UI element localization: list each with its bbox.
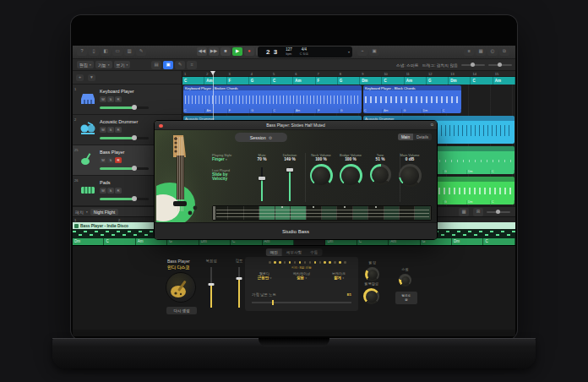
chord-cell[interactable]: C [382, 77, 404, 85]
pattern-dot[interactable] [309, 261, 312, 264]
r-button[interactable]: R [115, 157, 122, 163]
patch-label[interactable]: 패치 [75, 210, 84, 215]
chord-cell[interactable]: Dm [449, 77, 471, 85]
editor-chord-cell[interactable]: Am [136, 238, 167, 245]
volume-slider[interactable] [100, 106, 149, 109]
volume-slider[interactable] [100, 137, 149, 139]
forward-button[interactable]: ▶▶ [209, 47, 219, 56]
loop-browser-icon[interactable]: ◴ [487, 47, 498, 56]
drag-menu[interactable]: 드래그: 겹치지 않음 [422, 63, 458, 68]
note-pads-icon[interactable]: ▦ [476, 47, 486, 56]
fret-cell[interactable] [291, 206, 306, 220]
fret-cell[interactable] [228, 206, 243, 220]
chord-cell[interactable]: G [338, 77, 360, 85]
fret-cell[interactable] [337, 206, 352, 220]
fret-cell[interactable] [259, 206, 275, 220]
fret-cell[interactable] [368, 206, 384, 220]
chord-track[interactable]: CAmFGCAmFGDmCAmGDmCAm [182, 77, 515, 85]
region-view-icon[interactable]: ▣ [163, 61, 173, 69]
plugin-knob-tone[interactable]: Tone51 % [363, 153, 397, 185]
m-button[interactable]: M [100, 188, 106, 194]
track-filter-icon[interactable]: ▾ [88, 74, 95, 81]
s-button[interactable]: S [107, 188, 114, 194]
pattern-dot[interactable] [279, 261, 281, 264]
session-knob-2[interactable]: 필 복잡성 [363, 288, 379, 304]
volume-slider[interactable] [100, 198, 149, 200]
count-in-icon[interactable]: ▣ [369, 47, 379, 56]
browser-icon[interactable]: ⧉ [499, 47, 509, 56]
editor-chord-cell[interactable]: Am [389, 238, 420, 245]
lowest-note-slider[interactable] [252, 302, 351, 303]
zoom-tool-icon[interactable]: ⌗ [187, 61, 197, 69]
editor-view-menu[interactable]: ▦ [459, 208, 469, 216]
lcd-chevron-icon[interactable]: ▾ [348, 50, 350, 54]
editors-icon[interactable]: ✎ [136, 47, 146, 56]
fretboard-display[interactable] [212, 205, 432, 221]
editor-chord-cell[interactable]: C [231, 238, 262, 245]
volume-slider[interactable] [100, 167, 149, 170]
preset-menu[interactable]: Session ⚙ [235, 133, 287, 142]
fret-cell[interactable] [213, 206, 228, 220]
editor-grid-button[interactable]: ⊞ [473, 208, 483, 216]
session-knob-1[interactable]: 스윙 [399, 274, 411, 286]
session-tab-1[interactable]: 세부사항 [282, 248, 306, 256]
chord-cell[interactable]: C [471, 77, 493, 85]
lowest-note-value[interactable]: E1 [347, 292, 351, 297]
region-keyboard-block-chords[interactable]: Keyboard Player - Block Chords CAmGDmC [363, 85, 461, 113]
library-icon[interactable]: ▯ [89, 47, 99, 56]
m-button[interactable]: M [100, 96, 106, 102]
fret-cell[interactable] [307, 206, 322, 220]
editor-chord-cell[interactable]: G [421, 238, 452, 245]
editor-chord-cell[interactable]: C [104, 238, 135, 245]
menu-2[interactable]: 보기▾ [114, 61, 131, 68]
follow-button[interactable]: 팔로우끔 [395, 292, 417, 304]
menu-1[interactable]: 기능▾ [95, 61, 112, 68]
plugin-knob-neck-volume[interactable]: Neck Volume100 % [304, 153, 338, 187]
chord-cell[interactable]: C [271, 77, 293, 85]
pointer-tool-icon[interactable]: ▤ [151, 61, 161, 69]
link-icon[interactable]: ⧉ [431, 123, 433, 127]
chord-cell[interactable]: Am [405, 77, 427, 85]
play-button[interactable]: ▶ [232, 47, 242, 56]
playing-style-value[interactable]: Finger ▾ [212, 157, 253, 161]
chord-cell[interactable]: G [427, 77, 449, 85]
session-tab-2[interactable]: 수동 [306, 248, 322, 256]
editor-chord-cell[interactable]: Dm [73, 238, 104, 245]
fret-cell[interactable] [322, 206, 337, 220]
pattern-dots[interactable] [269, 260, 346, 265]
automation-tool-icon[interactable]: ✎ [175, 61, 185, 69]
plugin-tab-main[interactable]: Main [398, 134, 413, 140]
list-editors-icon[interactable]: ≡ [464, 47, 474, 56]
m-button[interactable]: M [100, 157, 106, 163]
editor-chord-cell[interactable]: C [483, 238, 514, 245]
pattern-dot[interactable] [324, 261, 326, 264]
fret-cell[interactable] [384, 206, 400, 220]
chord-cell[interactable]: C [182, 77, 204, 85]
chord-cell[interactable]: F [227, 77, 249, 85]
session-slider-0[interactable]: 복잡성 [201, 259, 221, 311]
session-menu-0[interactable]: 멜로디근음만 ▾ [246, 271, 283, 280]
record-button[interactable]: ● [244, 47, 254, 56]
pattern-dot[interactable] [299, 261, 302, 264]
fret-cell[interactable] [415, 206, 430, 220]
session-tab-0[interactable]: 메인 [266, 248, 282, 256]
pattern-dot[interactable] [329, 261, 331, 264]
patch-name[interactable]: Night Flight [90, 209, 118, 216]
plugin-knob-main-volume[interactable]: Main Volume0 dB [393, 153, 427, 187]
stop-button[interactable]: ■ [220, 47, 231, 56]
editor-chord-cell[interactable]: · [294, 238, 325, 245]
s-button[interactable]: S [107, 96, 114, 102]
menu-0[interactable]: 편집▾ [77, 61, 94, 68]
bass-player-plugin-window[interactable]: Bass Player: Sixties Half Muted ⧉ Sessio… [155, 121, 437, 239]
tuner-icon[interactable]: ⌁ [357, 47, 368, 56]
bar-ruler[interactable]: 123456789101112131415 [182, 71, 515, 77]
snap-menu[interactable]: 스냅: 스마트 [396, 63, 419, 68]
pattern-dot[interactable] [289, 261, 291, 264]
mixer-icon[interactable]: ▥ [124, 47, 134, 56]
pattern-dot[interactable] [334, 261, 336, 264]
quick-help-icon[interactable]: ? [77, 47, 87, 56]
m-button[interactable]: M [100, 127, 106, 133]
editor-zoom-slider[interactable] [487, 211, 510, 213]
plugin-slider-mute[interactable]: Mute70 % [249, 153, 275, 204]
v-zoom-slider[interactable] [488, 64, 512, 66]
